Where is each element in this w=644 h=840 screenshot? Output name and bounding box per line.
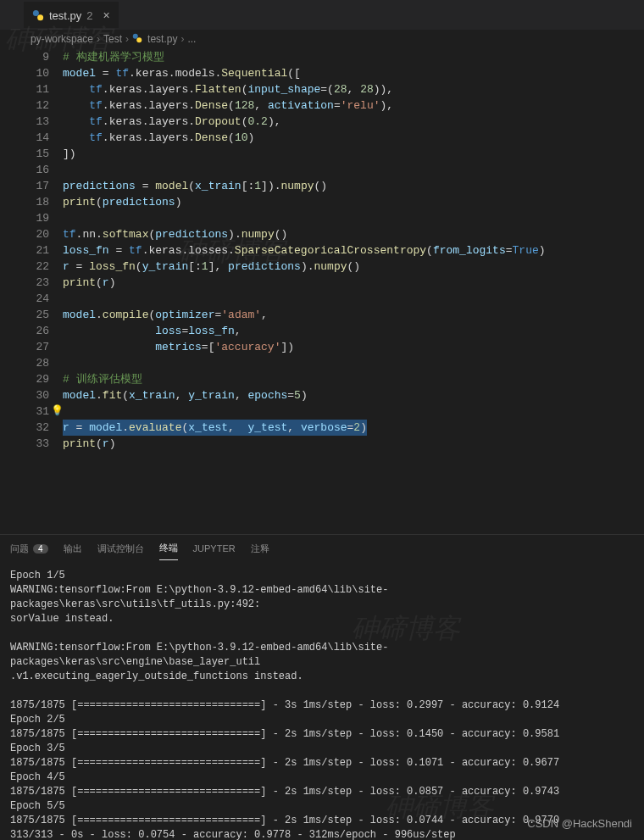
tab-label: 终端 [159, 542, 178, 554]
line-number: 9 [0, 49, 49, 65]
code-line[interactable]: tf.nn.softmax(predictions).numpy() [63, 226, 644, 242]
svg-point-2 [133, 34, 138, 39]
line-number: 20 [0, 226, 49, 242]
line-number: 17 [0, 178, 49, 194]
code-line[interactable]: model = tf.keras.models.Sequential([ [63, 65, 644, 81]
code-line[interactable]: 💡 [63, 403, 644, 420]
problems-count-badge: 4 [33, 544, 48, 554]
line-number: 14 [0, 130, 49, 146]
line-number: 19 [0, 210, 49, 226]
line-number: 32 [0, 420, 49, 436]
line-number: 33 [0, 436, 49, 452]
code-line[interactable]: print(r) [63, 275, 644, 291]
tab-title: test.py [49, 9, 81, 22]
bottom-panel: 问题 4 输出 调试控制台 终端 JUPYTER 注释 Epoch 1/5 WA… [0, 534, 644, 840]
tab-label: 注释 [251, 542, 269, 555]
line-number-gutter: 9101112131415161718192021222324252627282… [0, 48, 63, 534]
code-line[interactable]: print(r) [63, 436, 644, 452]
line-number: 18 [0, 194, 49, 210]
terminal-output[interactable]: Epoch 1/5 WARNING:tensorflow:From E:\pyt… [0, 560, 644, 840]
svg-point-0 [33, 10, 39, 16]
code-line[interactable]: loss=loss_fn, [63, 323, 644, 339]
tab-label: 调试控制台 [97, 542, 144, 555]
line-number: 24 [0, 291, 49, 307]
line-number: 31 [0, 403, 49, 420]
chevron-right-icon: › [180, 33, 184, 45]
svg-point-3 [136, 37, 142, 42]
code-line[interactable]: model.fit(x_train, y_train, epochs=5) [63, 387, 644, 403]
code-line[interactable]: r = loss_fn(y_train[:1], predictions).nu… [63, 259, 644, 275]
close-icon[interactable]: × [103, 8, 110, 22]
line-number: 30 [0, 387, 49, 403]
line-number: 22 [0, 259, 49, 275]
tab-terminal[interactable]: 终端 [159, 542, 178, 560]
code-line[interactable] [63, 210, 644, 226]
tab-debug-console[interactable]: 调试控制台 [97, 542, 144, 560]
code-line[interactable]: predictions = model(x_train[:1]).numpy() [63, 178, 644, 194]
code-line[interactable]: tf.keras.layers.Flatten(input_shape=(28,… [63, 81, 644, 97]
code-line[interactable]: loss_fn = tf.keras.losses.SparseCategori… [63, 242, 644, 259]
code-line[interactable]: tf.keras.layers.Dense(128, activation='r… [63, 97, 644, 114]
breadcrumb-segment[interactable]: Test [103, 33, 122, 45]
python-file-icon [32, 9, 44, 21]
line-number: 21 [0, 242, 49, 259]
tab-label: 输出 [64, 542, 82, 555]
code-line[interactable]: print(predictions) [63, 194, 644, 210]
line-number: 12 [0, 97, 49, 114]
code-line[interactable] [63, 291, 644, 307]
line-number: 16 [0, 162, 49, 178]
tab-output[interactable]: 输出 [64, 542, 82, 560]
breadcrumb: py-workspace › Test › test.py › ... [0, 30, 644, 48]
editor-tab-bar: test.py 2 × [0, 0, 644, 30]
line-number: 15 [0, 146, 49, 162]
tab-problems[interactable]: 问题 4 [10, 542, 48, 560]
tab-label: JUPYTER [193, 543, 236, 554]
code-line[interactable]: r = model.evaluate(x_test, y_test, verbo… [63, 420, 644, 436]
line-number: 11 [0, 81, 49, 97]
tab-label: 问题 [10, 542, 29, 555]
tab-modified-badge: 2 [86, 9, 92, 22]
panel-tab-bar: 问题 4 输出 调试控制台 终端 JUPYTER 注释 [0, 535, 644, 560]
code-line[interactable] [63, 355, 644, 371]
code-line[interactable]: # 训练评估模型 [63, 371, 644, 387]
line-number: 10 [0, 65, 49, 81]
line-number: 23 [0, 275, 49, 291]
svg-point-1 [37, 14, 43, 20]
breadcrumb-segment[interactable]: py-workspace [31, 33, 93, 45]
line-number: 27 [0, 339, 49, 355]
python-file-icon [132, 33, 144, 45]
code-line[interactable]: model.compile(optimizer='adam', [63, 307, 644, 323]
code-line[interactable]: tf.keras.layers.Dense(10) [63, 130, 644, 146]
code-line[interactable] [63, 162, 644, 178]
code-line[interactable]: metrics=['accuracy']) [63, 339, 644, 355]
line-number: 13 [0, 114, 49, 130]
lightbulb-icon[interactable]: 💡 [51, 403, 64, 420]
code-line[interactable]: tf.keras.layers.Dropout(0.2), [63, 114, 644, 130]
chevron-right-icon: › [125, 33, 129, 45]
code-area[interactable]: # 构建机器学习模型model = tf.keras.models.Sequen… [63, 48, 644, 534]
tab-jupyter[interactable]: JUPYTER [193, 542, 236, 560]
tab-comments[interactable]: 注释 [251, 542, 269, 560]
breadcrumb-segment[interactable]: ... [187, 33, 196, 45]
line-number: 26 [0, 323, 49, 339]
credit-text: CSDN @HackShendi [527, 817, 632, 830]
line-number: 25 [0, 307, 49, 323]
line-number: 28 [0, 355, 49, 371]
chevron-right-icon: › [97, 33, 100, 45]
code-editor[interactable]: 9101112131415161718192021222324252627282… [0, 48, 644, 534]
editor-tab[interactable]: test.py 2 × [24, 2, 119, 28]
code-line[interactable]: # 构建机器学习模型 [63, 49, 644, 65]
line-number: 29 [0, 371, 49, 387]
breadcrumb-segment[interactable]: test.py [147, 33, 177, 45]
code-line[interactable]: ]) [63, 146, 644, 162]
